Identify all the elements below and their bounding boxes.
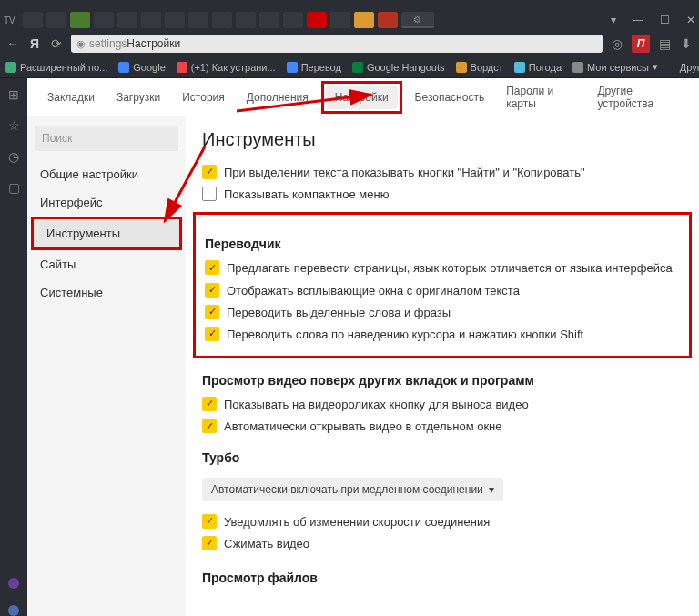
checkbox-label: Предлагать перевести страницы, язык кото… [227, 260, 673, 277]
apps-icon[interactable]: ⊞ [8, 87, 19, 102]
checkbox-label: Переводить слова по наведению курсора и … [227, 327, 583, 343]
checkbox[interactable]: ✓ [205, 260, 219, 275]
browser-tab[interactable] [212, 12, 232, 28]
section-heading: Турбо [202, 450, 683, 465]
checkbox[interactable]: ✓ [202, 397, 217, 411]
checkbox-row: ✓ При выделении текста показывать кнопки… [202, 165, 683, 181]
browser-tab[interactable] [236, 12, 256, 28]
sidebar-item-interface[interactable]: Интерфейс [27, 188, 186, 217]
window-close-icon[interactable]: ✕ [686, 14, 695, 26]
tab-history[interactable]: История [173, 86, 234, 109]
checkbox-label: При выделении текста показывать кнопки "… [224, 165, 585, 181]
browser-tab[interactable] [94, 12, 114, 28]
checkbox[interactable]: ✓ [205, 327, 219, 341]
address-bar: ← Я ⟳ ◉ settings Настройки ◎ П ▤ ⬇ [0, 31, 699, 56]
bookmark-item[interactable]: Вордст [456, 62, 503, 73]
alice-icon[interactable] [8, 578, 19, 589]
tab-passwords[interactable]: Пароли и карты [497, 79, 584, 116]
tab-bookmarks[interactable]: Закладки [38, 86, 104, 109]
checkbox-label: Переводить выделенные слова и фразы [227, 305, 451, 321]
star-icon[interactable]: ☆ [8, 118, 20, 133]
browser-tab[interactable] [70, 12, 90, 28]
settings-panel: Инструменты ✓ При выделении текста показ… [186, 116, 699, 616]
bookmark-item[interactable]: Перевод [287, 62, 341, 73]
search-input[interactable]: Поиск [35, 126, 178, 151]
settings-sidebar: Поиск Общие настройки Интерфейс Инструме… [27, 116, 186, 616]
bookmark-item[interactable]: (+1) Как устрани... [177, 62, 276, 73]
yandex-logo-icon[interactable]: Я [27, 36, 42, 51]
browser-tab-active[interactable]: ⚙ [401, 12, 434, 28]
chevron-down-icon: ▾ [489, 483, 494, 496]
browser-tab[interactable] [165, 12, 185, 28]
other-bookmarks[interactable]: Другие закладки [680, 62, 699, 73]
page-content: Закладки Загрузки История Дополнения Нас… [27, 78, 699, 616]
browser-tab[interactable] [188, 12, 208, 28]
window-titlebar [0, 0, 699, 9]
sidebar-item-general[interactable]: Общие настройки [27, 160, 186, 188]
clock-icon[interactable]: ◷ [8, 149, 19, 164]
browser-tab[interactable] [23, 12, 43, 28]
browser-tab[interactable] [117, 12, 137, 28]
browser-tabstrip: TV ⚙ ▾ — ☐ ✕ [0, 9, 699, 31]
extension-icon[interactable]: П [632, 35, 650, 53]
browser-tab[interactable] [378, 12, 398, 28]
assistant-icon[interactable] [8, 605, 19, 616]
sidebar-item-sites[interactable]: Сайты [27, 250, 186, 278]
collections-icon[interactable]: ▢ [8, 180, 20, 195]
highlight-box: Переводчик ✓Предлагать перевести страниц… [193, 212, 692, 358]
turbo-select[interactable]: Автоматически включать при медленном сое… [202, 478, 503, 501]
bookmark-item[interactable]: Google Hangouts [352, 62, 445, 73]
checkbox-label: Автоматически открывать видео в отдельно… [224, 419, 502, 435]
bookmarks-bar: Расширенный по... Google (+1) Как устран… [0, 56, 699, 78]
download-icon[interactable]: ⬇ [679, 36, 694, 51]
checkbox-label: Отображать всплывающие окна с оригиналом… [227, 283, 520, 299]
reload-button[interactable]: ⟳ [49, 36, 64, 51]
window-dropdown-icon[interactable]: ▾ [611, 14, 616, 26]
page-title: Инструменты [202, 129, 683, 150]
checkbox[interactable] [202, 187, 217, 201]
checkbox[interactable]: ✓ [202, 165, 217, 179]
checkbox[interactable]: ✓ [202, 536, 217, 550]
tv-label: TV [4, 15, 15, 25]
globe-icon: ◉ [76, 38, 86, 50]
checkbox[interactable]: ✓ [205, 283, 219, 298]
settings-tabs: Закладки Загрузки История Дополнения Нас… [27, 78, 699, 116]
section-heading: Просмотр видео поверх других вкладок и п… [202, 373, 683, 388]
tab-addons[interactable]: Дополнения [238, 86, 318, 109]
url-input[interactable]: ◉ settings Настройки [71, 35, 603, 53]
tab-settings[interactable]: Настройки [326, 86, 398, 109]
bookmark-item[interactable]: Расширенный по... [5, 62, 107, 73]
back-button[interactable]: ← [5, 36, 20, 51]
side-panel: ⊞ ☆ ◷ ▢ [0, 78, 27, 616]
bookmark-item[interactable]: Мои сервисы ▾ [572, 61, 658, 73]
browser-tab[interactable] [307, 12, 327, 28]
browser-tab[interactable] [141, 12, 161, 28]
highlight-box: Настройки [321, 81, 402, 114]
bookmark-item[interactable]: Google [118, 62, 165, 73]
browser-tab[interactable] [330, 12, 350, 28]
url-text: Настройки [127, 37, 180, 50]
checkbox-label: Уведомлять об изменении скорости соедине… [224, 514, 490, 530]
tab-devices[interactable]: Другие устройства [588, 79, 688, 116]
checkbox-label: Показывать на видеороликах кнопку для вы… [224, 397, 529, 413]
highlight-box: Инструменты [31, 217, 182, 250]
shield-icon[interactable]: ◎ [610, 36, 624, 51]
checkbox[interactable]: ✓ [202, 419, 217, 433]
tab-security[interactable]: Безопасность [406, 86, 494, 109]
sidebar-item-system[interactable]: Системные [27, 278, 186, 307]
checkbox[interactable]: ✓ [202, 514, 217, 529]
browser-tab[interactable] [259, 12, 279, 28]
window-minimize-icon[interactable]: — [633, 14, 643, 26]
browser-tab[interactable] [354, 12, 374, 28]
checkbox-label: Сжимать видео [224, 536, 309, 552]
extensions-icon[interactable]: ▤ [657, 36, 672, 51]
window-maximize-icon[interactable]: ☐ [660, 14, 670, 26]
browser-tab[interactable] [46, 12, 66, 28]
checkbox[interactable]: ✓ [205, 305, 219, 319]
tab-downloads[interactable]: Загрузки [107, 86, 169, 109]
checkbox-label: Показывать компактное меню [224, 187, 389, 203]
browser-tab[interactable] [283, 12, 303, 28]
sidebar-item-tools[interactable]: Инструменты [34, 219, 179, 247]
checkbox-row: Показывать компактное меню [202, 187, 683, 203]
bookmark-item[interactable]: Погода [514, 62, 562, 73]
